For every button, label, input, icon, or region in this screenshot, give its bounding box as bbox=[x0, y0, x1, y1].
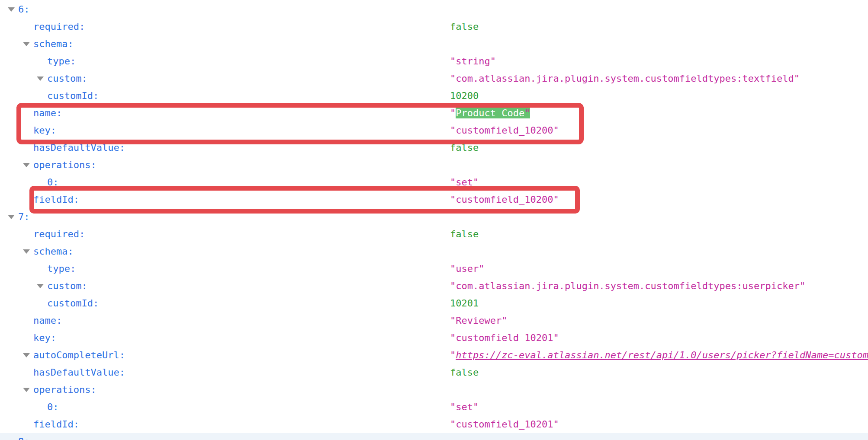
json-row-custom[interactable]: custom:"com.atlassian.jira.plugin.system… bbox=[0, 70, 868, 87]
arrow-spacer bbox=[37, 399, 47, 416]
open-quote: " bbox=[450, 108, 456, 118]
json-key: 0: bbox=[47, 174, 59, 191]
key-wrap: custom: bbox=[37, 277, 87, 295]
json-key: custom: bbox=[47, 277, 87, 295]
json-value: "customfield_10200" bbox=[450, 191, 559, 208]
arrow-spacer bbox=[37, 87, 47, 105]
json-row-customId: customId:10201 bbox=[0, 295, 868, 312]
json-row-customId: customId:10200 bbox=[0, 87, 868, 105]
json-key: operations: bbox=[33, 381, 96, 399]
expand-collapse-arrow[interactable] bbox=[8, 1, 18, 18]
key-wrap: required: bbox=[23, 226, 85, 243]
find-highlighted-text: Product Code bbox=[456, 108, 524, 118]
key-wrap: 8: bbox=[8, 433, 30, 440]
json-value: "https://zc-eval.atlassian.net/rest/api/… bbox=[450, 347, 868, 364]
arrow-spacer bbox=[23, 191, 33, 208]
json-key: operations: bbox=[33, 156, 96, 174]
json-key: required: bbox=[33, 18, 85, 35]
expand-collapse-arrow[interactable] bbox=[23, 156, 33, 174]
json-row-7[interactable]: 7: bbox=[0, 208, 868, 226]
json-row-operations[interactable]: operations: bbox=[0, 156, 868, 174]
expand-collapse-arrow[interactable] bbox=[8, 208, 18, 226]
json-value: "set" bbox=[450, 399, 479, 416]
json-value: "customfield_10200" bbox=[450, 122, 559, 139]
key-wrap: customId: bbox=[37, 295, 99, 312]
triangle-down-icon bbox=[23, 353, 30, 357]
key-wrap: schema: bbox=[23, 35, 74, 53]
json-row-type: type:"string" bbox=[0, 53, 868, 70]
arrow-spacer bbox=[23, 105, 33, 122]
json-key: type: bbox=[47, 53, 76, 70]
key-wrap: name: bbox=[23, 105, 62, 122]
json-row-fieldId: fieldId:"customfield_10201" bbox=[0, 416, 868, 433]
triangle-down-icon bbox=[8, 7, 15, 12]
arrow-spacer bbox=[23, 226, 33, 243]
triangle-down-icon bbox=[23, 249, 30, 254]
json-value: false bbox=[450, 139, 479, 156]
json-row-key: key:"customfield_10200" bbox=[0, 122, 868, 139]
json-value: "Reviewer" bbox=[450, 312, 507, 329]
expand-collapse-arrow[interactable] bbox=[23, 35, 33, 53]
key-wrap: custom: bbox=[37, 70, 87, 87]
json-value: 10201 bbox=[450, 295, 479, 312]
json-row-autoCompleteUrl[interactable]: autoCompleteUrl:"https://zc-eval.atlassi… bbox=[0, 347, 868, 364]
json-row-6[interactable]: 6: bbox=[0, 1, 868, 18]
json-value: "Product Code" bbox=[450, 105, 530, 122]
json-row-0: 0:"set" bbox=[0, 399, 868, 416]
json-row-operations[interactable]: operations: bbox=[0, 381, 868, 399]
json-row-hasDefaultValue: hasDefaultValue:false bbox=[0, 139, 868, 156]
key-wrap: fieldId: bbox=[23, 416, 79, 433]
key-wrap: type: bbox=[37, 260, 76, 277]
json-value: "user" bbox=[450, 260, 484, 277]
triangle-down-icon bbox=[23, 163, 30, 167]
key-wrap: key: bbox=[23, 122, 56, 139]
json-key: customId: bbox=[47, 87, 99, 105]
json-row-8: 8: bbox=[0, 433, 868, 440]
arrow-spacer bbox=[23, 18, 33, 35]
expand-collapse-arrow[interactable] bbox=[23, 347, 33, 364]
arrow-spacer bbox=[23, 329, 33, 347]
json-value: false bbox=[450, 226, 479, 243]
json-row-key: key:"customfield_10201" bbox=[0, 329, 868, 347]
json-row-name: name:"Reviewer" bbox=[0, 312, 868, 329]
expand-collapse-arrow[interactable] bbox=[23, 243, 33, 260]
json-key: schema: bbox=[33, 243, 74, 260]
key-wrap: 6: bbox=[8, 1, 30, 18]
json-value: "customfield_10201" bbox=[450, 329, 559, 347]
json-key: required: bbox=[33, 226, 85, 243]
json-value: "com.atlassian.jira.plugin.system.custom… bbox=[450, 277, 805, 295]
expand-collapse-arrow[interactable] bbox=[23, 381, 33, 399]
key-wrap: fieldId: bbox=[23, 191, 79, 208]
key-wrap: 0: bbox=[37, 399, 59, 416]
json-row-custom[interactable]: custom:"com.atlassian.jira.plugin.system… bbox=[0, 277, 868, 295]
arrow-spacer bbox=[37, 53, 47, 70]
triangle-down-icon bbox=[37, 77, 44, 81]
close-quote: " bbox=[524, 108, 530, 118]
json-tree: 6:required:falseschema:type:"string"cust… bbox=[0, 1, 868, 440]
key-wrap: hasDefaultValue: bbox=[23, 139, 125, 156]
key-wrap: autoCompleteUrl: bbox=[23, 347, 125, 364]
triangle-down-icon bbox=[23, 42, 30, 46]
json-row-schema[interactable]: schema: bbox=[0, 35, 868, 53]
key-wrap: 0: bbox=[37, 174, 59, 191]
json-viewer: 6:required:falseschema:type:"string"cust… bbox=[0, 0, 868, 440]
json-key: customId: bbox=[47, 295, 99, 312]
json-key: key: bbox=[33, 329, 56, 347]
key-wrap: 7: bbox=[8, 208, 30, 226]
key-wrap: customId: bbox=[37, 87, 99, 105]
json-row-schema[interactable]: schema: bbox=[0, 243, 868, 260]
autocomplete-url-link[interactable]: https://zc-eval.atlassian.net/rest/api/1… bbox=[456, 350, 868, 360]
key-wrap: hasDefaultValue: bbox=[23, 364, 125, 381]
expand-collapse-arrow[interactable] bbox=[37, 70, 47, 87]
json-row-fieldId: fieldId:"customfield_10200" bbox=[0, 191, 868, 208]
json-row-required: required:false bbox=[0, 18, 868, 35]
expand-collapse-arrow[interactable] bbox=[37, 277, 47, 295]
key-wrap: operations: bbox=[23, 156, 96, 174]
json-row-type: type:"user" bbox=[0, 260, 868, 277]
json-value: 10200 bbox=[450, 87, 479, 105]
json-key: type: bbox=[47, 260, 76, 277]
json-key: fieldId: bbox=[33, 191, 79, 208]
json-key: schema: bbox=[33, 35, 74, 53]
json-row-0: 0:"set" bbox=[0, 174, 868, 191]
json-value: "com.atlassian.jira.plugin.system.custom… bbox=[450, 70, 800, 87]
